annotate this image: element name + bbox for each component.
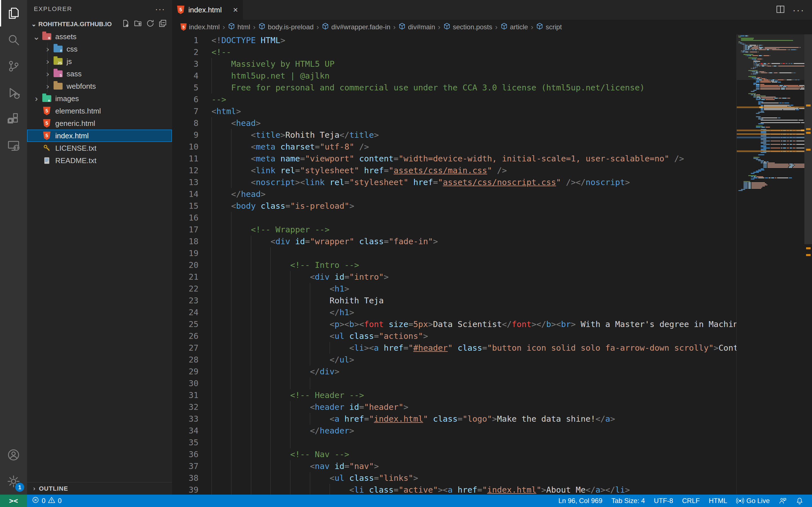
scrollbar-slider[interactable] [804,34,812,244]
line-number: 18 [172,235,211,247]
settings-badge: 1 [15,483,24,492]
breadcrumb-separator: › [222,23,225,32]
line-number: 16 [172,212,211,224]
status-notifications[interactable] [791,495,808,507]
status-eol[interactable]: CRLF [677,495,704,507]
line-number: 11 [172,153,211,165]
status-feedback[interactable] [774,495,791,507]
tree-item-label: assets [55,33,77,41]
breadcrumb-separator: › [531,23,534,32]
line-number: 36 [172,448,211,460]
outline-title: OUTLINE [39,485,68,492]
problems-indicator[interactable]: 0 0 [27,495,66,507]
activity-source-control-icon[interactable] [0,53,27,79]
breadcrumb-item[interactable]: div#wrapper.fade-in [322,22,390,32]
chevron-down-icon: ⌄ [29,20,38,28]
line-number: 27 [172,342,211,354]
tab-index-html[interactable]: 5 index.html × [172,0,243,20]
status-go-live[interactable]: Go Live [732,495,774,507]
status-tab-size[interactable]: Tab Size: 4 [607,495,650,507]
breadcrumb-item[interactable]: 5index.html [181,23,220,31]
line-number: 5 [172,82,211,94]
minimap-highlight [737,151,804,152]
tree-item-images[interactable]: ›▲images [27,93,172,105]
status-encoding[interactable]: UTF-8 [649,495,677,507]
tree-item-LICENSE-txt[interactable]: LICENSE.txt [27,142,172,154]
more-actions-icon[interactable]: ··· [793,4,805,15]
activity-search-icon[interactable] [0,26,27,53]
new-file-icon[interactable] [121,19,130,29]
status-language-mode[interactable]: HTML [704,495,732,507]
code-line-26: 26<ul class="actions"> [172,330,812,342]
tree-item-assets[interactable]: ⌄✳assets [27,31,172,43]
close-icon[interactable]: × [233,5,238,15]
tree-item-label: css [66,45,78,54]
code-line-8: 8<head> [172,117,812,129]
tree-item-label: README.txt [55,156,96,165]
bell-icon [796,497,804,505]
tree-item-README-txt[interactable]: README.txt [27,154,172,167]
tree-item-index-html[interactable]: 5index.html [27,129,172,142]
css-folder-icon: # [52,46,64,52]
code-line-30: 30 [172,378,812,389]
tree-item-label: index.html [55,131,89,140]
split-editor-icon[interactable] [776,4,785,15]
symbol-cube-icon [500,22,508,32]
status-cursor-position[interactable]: Ln 96, Col 969 [554,495,607,507]
line-number: 15 [172,200,211,212]
new-folder-icon[interactable] [134,19,142,29]
tree-item-generic-html[interactable]: 5generic.html [27,117,172,129]
line-number: 4 [172,70,211,82]
activity-settings-gear-icon[interactable]: 1 [0,468,27,495]
line-number: 19 [172,247,211,259]
tree-item-css[interactable]: ›#css [27,43,172,55]
refresh-icon[interactable] [146,19,154,29]
breadcrumb-separator: › [316,23,319,32]
activity-files-icon[interactable] [0,0,27,26]
line-number: 12 [172,165,211,176]
code-line-2: 2<!-- [172,46,812,58]
key-icon [41,144,52,152]
minimap-highlight [737,136,804,138]
tree-item-sass[interactable]: ›Ssass [27,68,172,80]
code-line-38: 38<ul class="links"> [172,472,812,484]
collapse-all-icon[interactable] [158,19,167,29]
activity-account-icon[interactable] [0,442,27,468]
explorer-sidebar: EXPLORER ··· ⌄ ROHITHTEJA.GITHUB.IO ⌄✳as… [27,0,172,495]
line-number: 10 [172,141,211,153]
breadcrumb-item[interactable]: div#main [398,22,435,32]
breadcrumb-item[interactable]: body.is-preload [258,22,313,32]
activity-remote-explorer-icon[interactable] [0,132,27,159]
chevron-right-icon: › [43,57,52,66]
breadcrumb-item[interactable]: script [536,22,562,32]
tree-item-webfonts[interactable]: ›webfonts [27,80,172,93]
outline-section-header[interactable]: › OUTLINE [27,482,172,495]
breadcrumb-item[interactable]: section.posts [443,22,492,32]
breadcrumb-separator: › [495,23,498,32]
tree-item-elements-html[interactable]: 5elements.html [27,105,172,117]
explorer-more-icon[interactable]: ··· [155,4,165,14]
code-line-28: 28</ul> [172,354,812,365]
breadcrumb-item[interactable]: article [500,22,528,32]
remote-indicator[interactable]: >< [0,495,27,507]
tree-item-label: js [66,57,72,66]
minimap[interactable] [737,34,804,495]
code-area[interactable]: 1<!DOCTYPE HTML>2<!--3Massively by HTML5… [172,34,812,495]
overview-ruler[interactable] [804,34,812,495]
tab-bar: 5 index.html × ··· [172,0,812,20]
breadcrumb-item[interactable]: html [228,22,250,32]
activity-run-debug-icon[interactable] [0,79,27,106]
line-number: 25 [172,318,211,330]
project-section-header[interactable]: ⌄ ROHITHTEJA.GITHUB.IO [27,18,172,31]
activity-extensions-icon[interactable] [0,106,27,132]
js-folder-icon: JS [52,58,64,65]
tree-item-label: LICENSE.txt [55,144,96,153]
code-line-24: 24</h1> [172,306,812,318]
line-number: 28 [172,354,211,365]
tree-item-label: sass [66,69,82,78]
tree-item-js[interactable]: ›JSjs [27,55,172,68]
line-number: 24 [172,306,211,318]
tree-item-label: elements.html [55,107,101,115]
editor-actions: ··· [776,0,812,20]
line-number: 22 [172,283,211,295]
